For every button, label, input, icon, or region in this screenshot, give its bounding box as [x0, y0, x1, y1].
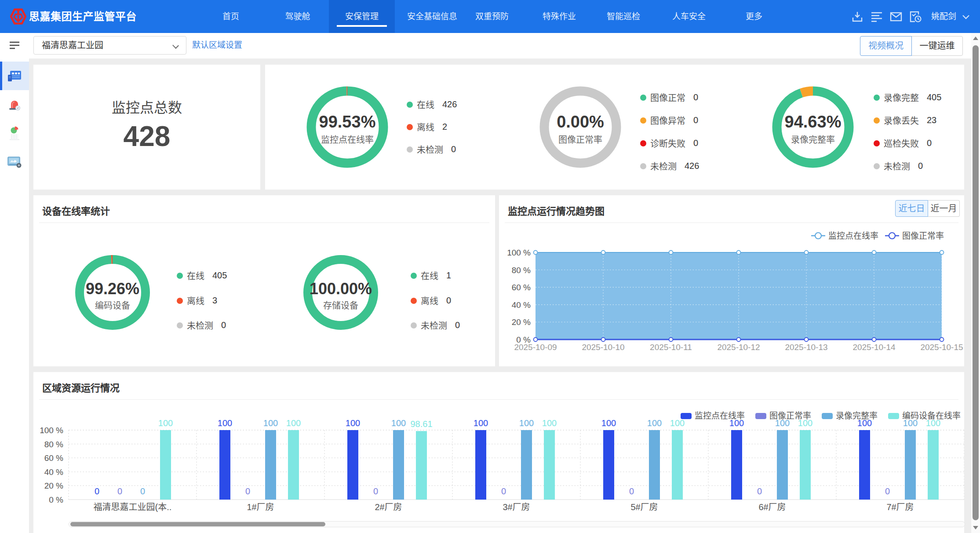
one-click-ops-button[interactable]: 一键运维	[911, 36, 963, 56]
legend-value: 3	[212, 296, 217, 305]
bar-监控点在线率	[475, 430, 486, 500]
y-axis-label: 0 %	[49, 495, 63, 504]
donut-percent: 99.26%	[74, 281, 151, 297]
data-point-marker	[940, 338, 944, 342]
legend-item[interactable]: 在线1	[411, 269, 451, 282]
donut-chart-encoder-device: 99.26%编码设备	[74, 254, 151, 331]
bar-value-label: 100	[158, 418, 173, 428]
legend-dot	[177, 273, 183, 279]
legend-item[interactable]: 在线405	[177, 269, 227, 282]
sidebar-item-report[interactable]	[0, 119, 29, 147]
legend-item[interactable]: 图像异常0	[640, 114, 698, 127]
total-points-label: 监控点总数	[33, 96, 260, 117]
sidebar-item-video-patrol[interactable]	[0, 147, 29, 176]
bar-value-label: 100	[798, 418, 812, 428]
legend-item[interactable]: 未检测0	[874, 160, 923, 172]
category-label: 7#厂房	[886, 502, 914, 512]
legend-value: 1	[446, 270, 451, 280]
brand-hexagon-logo	[10, 7, 26, 26]
nav-item-6[interactable]: 特殊作业	[543, 0, 576, 33]
bar-value-label: 100	[670, 418, 685, 428]
nav-item-7[interactable]: 智能巡检	[607, 0, 640, 33]
mail-icon[interactable]	[890, 11, 902, 22]
legend-value: 0	[221, 320, 226, 330]
legend-dot	[411, 322, 417, 329]
nav-item-5[interactable]: 双重预防	[475, 0, 509, 33]
bar-编码设备在线率	[544, 430, 555, 500]
vertical-scroll-thumb[interactable]	[973, 45, 979, 520]
overview-donuts-card: 99.53%监控点在线率在线426离线2未检测00.00%图像正常率图像正常0图…	[265, 65, 964, 190]
user-chevron-down-icon[interactable]	[962, 15, 970, 19]
audit-log-icon[interactable]	[909, 10, 922, 23]
sidebar-item-video-wall[interactable]	[0, 62, 29, 90]
nav-item-4[interactable]: 安全基础信息	[407, 0, 457, 33]
nav-item-8[interactable]: 人车安全	[672, 0, 706, 33]
legend-label: 未检测	[884, 162, 910, 172]
legend-value: 405	[212, 270, 227, 280]
nav-item-1[interactable]: 首页	[222, 0, 239, 33]
legend-dot	[407, 102, 413, 108]
donut-center-text: 94.63%录像完整率	[771, 113, 855, 145]
vertical-scrollbar[interactable]	[971, 33, 980, 533]
collapse-menu-icon[interactable]	[9, 39, 20, 55]
legend-dot	[407, 146, 413, 153]
sidebar-item-alarm[interactable]	[0, 90, 29, 119]
legend-dot	[411, 273, 417, 279]
bar-value-label: 100	[519, 418, 534, 428]
horizontal-scroll-thumb[interactable]	[70, 522, 325, 526]
legend-item[interactable]: 诊断失败0	[640, 137, 698, 150]
legend-label: 图像正常率	[902, 231, 944, 241]
default-region-settings-link[interactable]: 默认区域设置	[192, 33, 242, 58]
bar-编码设备在线率	[288, 430, 299, 500]
left-sidebar	[0, 58, 29, 533]
nav-item-9[interactable]: 更多	[746, 0, 762, 33]
region-resources-card: 区域资源运行情况 监控点在线率图像正常率录像完整率编码设备在线率 0 %20 %…	[33, 372, 964, 533]
nav-item-2[interactable]: 驾驶舱	[285, 0, 310, 33]
scroll-up-arrow-icon[interactable]	[973, 37, 978, 40]
legend-item[interactable]: 在线426	[407, 98, 457, 111]
legend-item[interactable]: 未检测0	[177, 319, 226, 332]
x-axis-label: 2025-10-09	[514, 343, 557, 352]
bar-value-label: 0	[885, 486, 890, 496]
category-label: 2#厂房	[375, 502, 402, 512]
legend-item[interactable]: 未检测0	[411, 319, 460, 332]
category-label: 福清思嘉工业园(本..	[94, 502, 172, 512]
bar-value-label: 100	[218, 418, 232, 428]
video-overview-button[interactable]: 视频概况	[860, 36, 912, 56]
legend-item[interactable]: 未检测426	[640, 160, 699, 172]
user-name[interactable]: 姚配剑	[931, 0, 956, 33]
nav-item-3[interactable]: 安保管理	[329, 0, 395, 33]
legend-value: 0	[693, 92, 698, 102]
donut-chart-online-rate: 99.53%监控点在线率	[306, 85, 389, 169]
data-point-marker	[872, 338, 876, 342]
horizontal-scrollbar[interactable]	[69, 521, 965, 527]
donut-center-text: 99.53%监控点在线率	[306, 113, 389, 145]
device-card-title: 设备在线率统计	[42, 203, 110, 217]
legend-dot	[640, 163, 646, 169]
donut-center-text: 100.00%存储设备	[302, 281, 379, 310]
y-axis-label: 100 %	[40, 426, 63, 435]
bar-value-label: 0	[140, 486, 145, 496]
legend-item[interactable]: 录像完整405	[874, 91, 941, 104]
legend-value: 0	[918, 161, 923, 171]
legend-item[interactable]: 离线2	[407, 120, 447, 133]
legend-item[interactable]: 未检测0	[407, 143, 456, 156]
y-axis-label: 40 %	[44, 467, 63, 477]
legend-item[interactable]: 巡检失败0	[874, 137, 932, 150]
y-axis-label: 40 %	[512, 300, 531, 310]
region-select[interactable]: 福清思嘉工业园	[33, 36, 186, 55]
download-icon[interactable]	[851, 11, 863, 23]
scroll-down-arrow-icon[interactable]	[973, 526, 978, 529]
bar-录像完整率	[393, 430, 404, 500]
list-lines-icon[interactable]	[871, 11, 883, 23]
legend-label: 图像正常	[650, 93, 685, 103]
legend-item[interactable]: 离线0	[411, 294, 451, 307]
legend-item[interactable]: 录像丢失23	[874, 114, 936, 127]
legend-value: 426	[442, 99, 457, 109]
legend-item[interactable]: 图像正常0	[640, 91, 698, 104]
bar-编码设备在线率	[672, 430, 683, 500]
legend-label: 未检测	[650, 162, 677, 172]
legend-label: 巡检失败	[884, 139, 919, 149]
legend-item[interactable]: 离线3	[177, 294, 217, 307]
bar-编码设备在线率	[800, 430, 811, 500]
